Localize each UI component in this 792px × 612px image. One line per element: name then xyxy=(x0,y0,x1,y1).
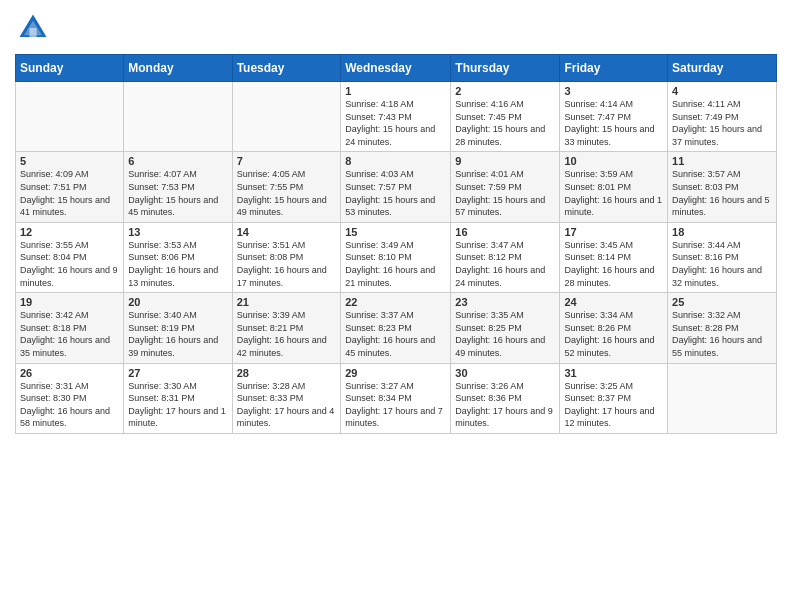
calendar-cell: 6Sunrise: 4:07 AM Sunset: 7:53 PM Daylig… xyxy=(124,152,232,222)
calendar-cell xyxy=(124,82,232,152)
day-number: 31 xyxy=(564,367,663,379)
day-info: Sunrise: 3:59 AM Sunset: 8:01 PM Dayligh… xyxy=(564,168,663,218)
calendar-cell: 16Sunrise: 3:47 AM Sunset: 8:12 PM Dayli… xyxy=(451,222,560,292)
day-number: 4 xyxy=(672,85,772,97)
day-info: Sunrise: 3:47 AM Sunset: 8:12 PM Dayligh… xyxy=(455,239,555,289)
day-info: Sunrise: 4:07 AM Sunset: 7:53 PM Dayligh… xyxy=(128,168,227,218)
week-row-1: 1Sunrise: 4:18 AM Sunset: 7:43 PM Daylig… xyxy=(16,82,777,152)
day-info: Sunrise: 3:42 AM Sunset: 8:18 PM Dayligh… xyxy=(20,309,119,359)
day-number: 19 xyxy=(20,296,119,308)
day-number: 9 xyxy=(455,155,555,167)
day-info: Sunrise: 3:51 AM Sunset: 8:08 PM Dayligh… xyxy=(237,239,337,289)
day-info: Sunrise: 3:44 AM Sunset: 8:16 PM Dayligh… xyxy=(672,239,772,289)
day-info: Sunrise: 3:45 AM Sunset: 8:14 PM Dayligh… xyxy=(564,239,663,289)
day-info: Sunrise: 3:37 AM Sunset: 8:23 PM Dayligh… xyxy=(345,309,446,359)
calendar-cell: 11Sunrise: 3:57 AM Sunset: 8:03 PM Dayli… xyxy=(668,152,777,222)
day-info: Sunrise: 3:26 AM Sunset: 8:36 PM Dayligh… xyxy=(455,380,555,430)
day-number: 5 xyxy=(20,155,119,167)
calendar-cell: 24Sunrise: 3:34 AM Sunset: 8:26 PM Dayli… xyxy=(560,293,668,363)
day-info: Sunrise: 3:40 AM Sunset: 8:19 PM Dayligh… xyxy=(128,309,227,359)
day-number: 11 xyxy=(672,155,772,167)
day-number: 28 xyxy=(237,367,337,379)
calendar-cell: 17Sunrise: 3:45 AM Sunset: 8:14 PM Dayli… xyxy=(560,222,668,292)
logo-icon xyxy=(15,10,51,46)
day-info: Sunrise: 4:11 AM Sunset: 7:49 PM Dayligh… xyxy=(672,98,772,148)
weekday-header-thursday: Thursday xyxy=(451,55,560,82)
day-number: 8 xyxy=(345,155,446,167)
day-number: 1 xyxy=(345,85,446,97)
day-number: 3 xyxy=(564,85,663,97)
calendar-cell: 22Sunrise: 3:37 AM Sunset: 8:23 PM Dayli… xyxy=(341,293,451,363)
day-info: Sunrise: 4:09 AM Sunset: 7:51 PM Dayligh… xyxy=(20,168,119,218)
calendar-cell: 27Sunrise: 3:30 AM Sunset: 8:31 PM Dayli… xyxy=(124,363,232,433)
day-number: 26 xyxy=(20,367,119,379)
day-info: Sunrise: 4:16 AM Sunset: 7:45 PM Dayligh… xyxy=(455,98,555,148)
day-number: 25 xyxy=(672,296,772,308)
weekday-header-sunday: Sunday xyxy=(16,55,124,82)
weekday-header-row: SundayMondayTuesdayWednesdayThursdayFrid… xyxy=(16,55,777,82)
day-info: Sunrise: 3:32 AM Sunset: 8:28 PM Dayligh… xyxy=(672,309,772,359)
calendar-cell: 4Sunrise: 4:11 AM Sunset: 7:49 PM Daylig… xyxy=(668,82,777,152)
calendar-cell: 1Sunrise: 4:18 AM Sunset: 7:43 PM Daylig… xyxy=(341,82,451,152)
day-number: 12 xyxy=(20,226,119,238)
calendar-cell xyxy=(668,363,777,433)
day-number: 7 xyxy=(237,155,337,167)
day-info: Sunrise: 3:28 AM Sunset: 8:33 PM Dayligh… xyxy=(237,380,337,430)
day-number: 16 xyxy=(455,226,555,238)
day-number: 17 xyxy=(564,226,663,238)
weekday-header-friday: Friday xyxy=(560,55,668,82)
calendar-cell: 23Sunrise: 3:35 AM Sunset: 8:25 PM Dayli… xyxy=(451,293,560,363)
calendar-cell: 31Sunrise: 3:25 AM Sunset: 8:37 PM Dayli… xyxy=(560,363,668,433)
calendar-cell: 3Sunrise: 4:14 AM Sunset: 7:47 PM Daylig… xyxy=(560,82,668,152)
calendar-cell: 13Sunrise: 3:53 AM Sunset: 8:06 PM Dayli… xyxy=(124,222,232,292)
day-info: Sunrise: 3:34 AM Sunset: 8:26 PM Dayligh… xyxy=(564,309,663,359)
logo xyxy=(15,10,55,46)
svg-rect-2 xyxy=(29,28,36,37)
day-info: Sunrise: 4:05 AM Sunset: 7:55 PM Dayligh… xyxy=(237,168,337,218)
day-info: Sunrise: 4:14 AM Sunset: 7:47 PM Dayligh… xyxy=(564,98,663,148)
header xyxy=(15,10,777,46)
weekday-header-monday: Monday xyxy=(124,55,232,82)
day-number: 18 xyxy=(672,226,772,238)
day-info: Sunrise: 3:55 AM Sunset: 8:04 PM Dayligh… xyxy=(20,239,119,289)
calendar-cell: 10Sunrise: 3:59 AM Sunset: 8:01 PM Dayli… xyxy=(560,152,668,222)
calendar-cell: 26Sunrise: 3:31 AM Sunset: 8:30 PM Dayli… xyxy=(16,363,124,433)
calendar-cell: 2Sunrise: 4:16 AM Sunset: 7:45 PM Daylig… xyxy=(451,82,560,152)
day-info: Sunrise: 3:39 AM Sunset: 8:21 PM Dayligh… xyxy=(237,309,337,359)
calendar-cell xyxy=(232,82,341,152)
day-info: Sunrise: 4:01 AM Sunset: 7:59 PM Dayligh… xyxy=(455,168,555,218)
day-number: 21 xyxy=(237,296,337,308)
day-info: Sunrise: 3:35 AM Sunset: 8:25 PM Dayligh… xyxy=(455,309,555,359)
day-number: 6 xyxy=(128,155,227,167)
day-number: 24 xyxy=(564,296,663,308)
day-info: Sunrise: 3:49 AM Sunset: 8:10 PM Dayligh… xyxy=(345,239,446,289)
calendar-cell: 8Sunrise: 4:03 AM Sunset: 7:57 PM Daylig… xyxy=(341,152,451,222)
calendar-cell: 25Sunrise: 3:32 AM Sunset: 8:28 PM Dayli… xyxy=(668,293,777,363)
weekday-header-tuesday: Tuesday xyxy=(232,55,341,82)
calendar-cell: 18Sunrise: 3:44 AM Sunset: 8:16 PM Dayli… xyxy=(668,222,777,292)
week-row-3: 12Sunrise: 3:55 AM Sunset: 8:04 PM Dayli… xyxy=(16,222,777,292)
calendar-table: SundayMondayTuesdayWednesdayThursdayFrid… xyxy=(15,54,777,434)
day-number: 30 xyxy=(455,367,555,379)
calendar-cell: 19Sunrise: 3:42 AM Sunset: 8:18 PM Dayli… xyxy=(16,293,124,363)
calendar-cell: 21Sunrise: 3:39 AM Sunset: 8:21 PM Dayli… xyxy=(232,293,341,363)
week-row-2: 5Sunrise: 4:09 AM Sunset: 7:51 PM Daylig… xyxy=(16,152,777,222)
day-number: 22 xyxy=(345,296,446,308)
day-info: Sunrise: 3:25 AM Sunset: 8:37 PM Dayligh… xyxy=(564,380,663,430)
day-info: Sunrise: 4:03 AM Sunset: 7:57 PM Dayligh… xyxy=(345,168,446,218)
day-number: 27 xyxy=(128,367,227,379)
day-number: 13 xyxy=(128,226,227,238)
day-number: 14 xyxy=(237,226,337,238)
calendar-cell: 9Sunrise: 4:01 AM Sunset: 7:59 PM Daylig… xyxy=(451,152,560,222)
calendar-cell: 30Sunrise: 3:26 AM Sunset: 8:36 PM Dayli… xyxy=(451,363,560,433)
day-number: 15 xyxy=(345,226,446,238)
weekday-header-saturday: Saturday xyxy=(668,55,777,82)
day-info: Sunrise: 3:31 AM Sunset: 8:30 PM Dayligh… xyxy=(20,380,119,430)
page: SundayMondayTuesdayWednesdayThursdayFrid… xyxy=(0,0,792,612)
calendar-cell: 14Sunrise: 3:51 AM Sunset: 8:08 PM Dayli… xyxy=(232,222,341,292)
calendar-cell: 5Sunrise: 4:09 AM Sunset: 7:51 PM Daylig… xyxy=(16,152,124,222)
week-row-4: 19Sunrise: 3:42 AM Sunset: 8:18 PM Dayli… xyxy=(16,293,777,363)
calendar-cell: 20Sunrise: 3:40 AM Sunset: 8:19 PM Dayli… xyxy=(124,293,232,363)
weekday-header-wednesday: Wednesday xyxy=(341,55,451,82)
day-number: 10 xyxy=(564,155,663,167)
